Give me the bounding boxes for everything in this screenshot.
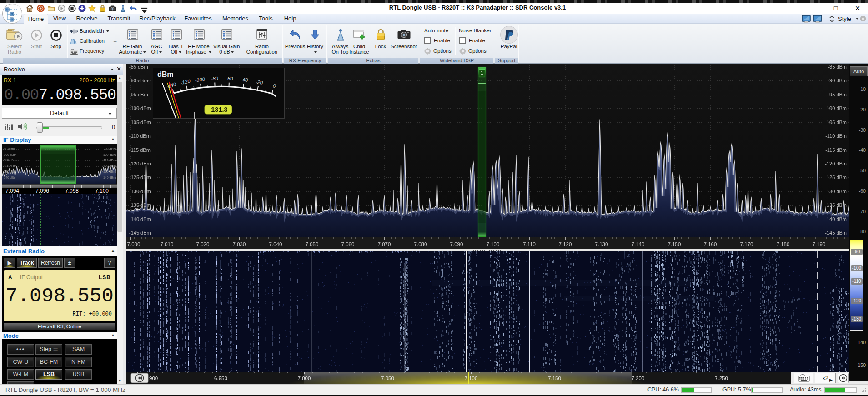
svg-text:dBm: dBm xyxy=(157,70,174,78)
svg-text:-40: -40 xyxy=(241,76,249,83)
svg-text:-131.3: -131.3 xyxy=(209,106,227,113)
svg-text:-80: -80 xyxy=(211,75,219,81)
svg-text:-60: -60 xyxy=(226,75,233,81)
